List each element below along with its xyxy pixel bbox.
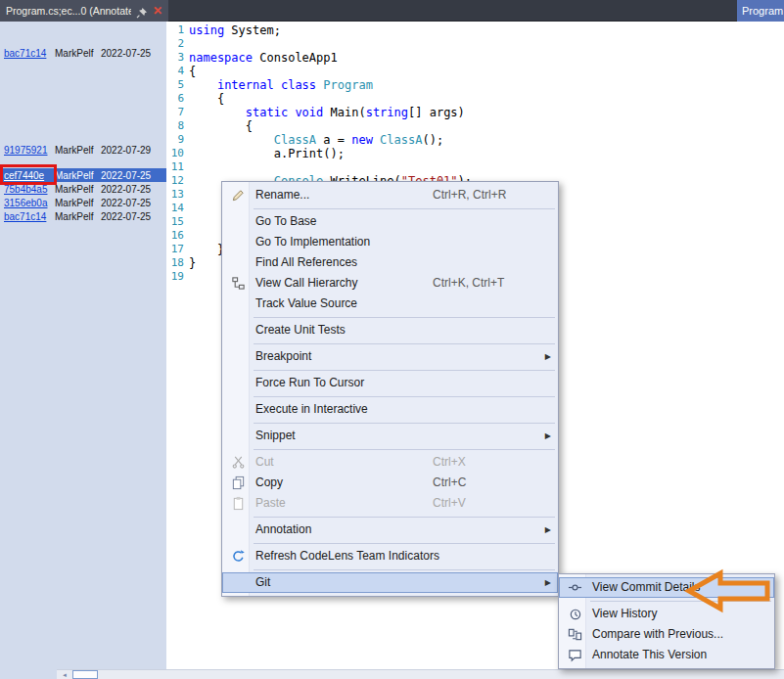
code-line[interactable]: 7 static void Main(string[] args) bbox=[166, 106, 784, 119]
code-line[interactable]: 3 namespace ConsoleApp1 bbox=[166, 51, 784, 65]
vs-annotated-window: Program.cs;ec...0 (Annotated) ✕ Program … bbox=[0, 0, 784, 679]
line-number: 17 bbox=[166, 243, 184, 256]
code-text: { bbox=[184, 92, 224, 106]
code-text bbox=[184, 188, 189, 202]
menu-item-view-history[interactable]: View History bbox=[559, 604, 774, 624]
menu-item-rename[interactable]: Rename... Ctrl+R, Ctrl+R bbox=[222, 185, 558, 205]
submenu-arrow-icon: ▶ bbox=[545, 520, 551, 540]
line-number: 4 bbox=[166, 65, 184, 78]
commit-date: 2022-07-25 bbox=[101, 170, 166, 181]
line-number: 15 bbox=[166, 215, 184, 229]
code-line[interactable]: 11 bbox=[166, 160, 784, 174]
scrollbar-thumb[interactable] bbox=[72, 670, 98, 679]
pin-icon[interactable] bbox=[136, 5, 148, 17]
code-line[interactable]: 6 { bbox=[166, 92, 784, 106]
submenu-arrow-icon: ▶ bbox=[545, 426, 551, 446]
code-line[interactable]: 8 { bbox=[166, 119, 784, 133]
line-number: 3 bbox=[166, 51, 184, 65]
menu-separator bbox=[254, 543, 555, 544]
commit-author: MarkPelf bbox=[55, 211, 101, 222]
code-text: internal class Program bbox=[184, 78, 373, 92]
code-text bbox=[184, 215, 189, 229]
menu-item-find-all-references[interactable]: Find All References bbox=[222, 252, 558, 273]
code-text bbox=[184, 160, 189, 174]
menu-separator bbox=[254, 423, 555, 424]
commit-date: 2022-07-25 bbox=[101, 184, 166, 195]
code-line[interactable]: 4 { bbox=[166, 65, 784, 78]
commit-date: 2022-07-29 bbox=[101, 145, 166, 156]
code-line[interactable]: 10 a.Print(); bbox=[166, 147, 784, 160]
paste-icon bbox=[227, 495, 249, 511]
menu-item-copy[interactable]: Copy Ctrl+C bbox=[222, 473, 558, 493]
menu-item-view-call-hierarchy[interactable]: View Call Hierarchy Ctrl+K, Ctrl+T bbox=[222, 273, 558, 294]
menu-item-cut[interactable]: Cut Ctrl+X bbox=[222, 452, 558, 473]
tab-bar: Program.cs;ec...0 (Annotated) ✕ Program bbox=[0, 0, 784, 22]
background-window-title[interactable]: Program bbox=[737, 0, 784, 22]
menu-item-annotation[interactable]: Annotation ▶ bbox=[222, 520, 558, 540]
code-line[interactable]: 5 internal class Program bbox=[166, 78, 784, 92]
commit-hash-link[interactable]: bac71c14 bbox=[4, 48, 55, 59]
editor-context-menu: Rename... Ctrl+R, Ctrl+R Go To Base Go T… bbox=[221, 181, 559, 597]
menu-separator bbox=[254, 517, 555, 518]
menu-separator bbox=[254, 208, 555, 209]
commit-hash-link[interactable]: cef7440e bbox=[4, 170, 55, 181]
submenu-arrow-icon: ▶ bbox=[545, 346, 551, 367]
line-number: 8 bbox=[166, 119, 184, 133]
commit-hash-link[interactable]: 75b4b4a5 bbox=[4, 184, 55, 195]
code-text: } bbox=[184, 243, 224, 256]
menu-item-refresh-codelens[interactable]: Refresh CodeLens Team Indicators bbox=[222, 546, 558, 566]
commit-details-icon bbox=[564, 579, 585, 595]
code-line[interactable]: 1 using System; bbox=[166, 23, 784, 37]
menu-item-create-unit-tests[interactable]: Create Unit Tests bbox=[222, 320, 558, 340]
commit-hash-link[interactable]: 91975921 bbox=[4, 145, 55, 156]
code-text: using System; bbox=[184, 23, 281, 37]
commit-author: MarkPelf bbox=[55, 198, 101, 208]
annotation-row[interactable]: bac71c14 MarkPelf 2022-07-25 bbox=[0, 46, 166, 60]
menu-separator bbox=[254, 317, 555, 318]
line-number: 19 bbox=[166, 270, 184, 284]
line-number: 10 bbox=[166, 147, 184, 160]
commit-author: MarkPelf bbox=[55, 170, 101, 181]
line-number: 18 bbox=[166, 256, 184, 270]
menu-item-breakpoint[interactable]: Breakpoint ▶ bbox=[222, 346, 558, 367]
menu-item-force-run-to-cursor[interactable]: Force Run To Cursor bbox=[222, 373, 558, 393]
commit-date: 2022-07-25 bbox=[101, 48, 166, 59]
line-number: 13 bbox=[166, 188, 184, 202]
document-tab[interactable]: Program.cs;ec...0 (Annotated) ✕ bbox=[0, 0, 168, 22]
commit-hash-link[interactable]: bac71c14 bbox=[4, 211, 55, 222]
annotation-row[interactable]: 91975921 MarkPelf 2022-07-29 bbox=[0, 143, 166, 157]
menu-item-compare-with-previous[interactable]: Compare with Previous... bbox=[559, 624, 774, 645]
menu-item-git[interactable]: Git ▶ bbox=[222, 572, 558, 593]
annotation-row[interactable]: 3156eb0a MarkPelf 2022-07-25 bbox=[0, 196, 166, 209]
commit-author: MarkPelf bbox=[55, 145, 101, 156]
line-number: 1 bbox=[166, 23, 184, 37]
commit-author: MarkPelf bbox=[55, 48, 101, 59]
code-text bbox=[184, 202, 189, 215]
commit-hash-link[interactable]: 3156eb0a bbox=[4, 198, 55, 208]
rename-icon bbox=[227, 187, 249, 203]
menu-item-go-to-implementation[interactable]: Go To Implementation bbox=[222, 232, 558, 252]
menu-separator bbox=[254, 396, 555, 397]
code-text bbox=[184, 270, 189, 284]
menu-item-track-value-source[interactable]: Track Value Source bbox=[222, 294, 558, 314]
compare-icon bbox=[564, 626, 585, 642]
line-number: 5 bbox=[166, 78, 184, 92]
menu-item-annotate-this-version[interactable]: Annotate This Version bbox=[559, 645, 774, 665]
line-number: 7 bbox=[166, 106, 184, 119]
menu-item-go-to-base[interactable]: Go To Base bbox=[222, 211, 558, 232]
code-text: static void Main(string[] args) bbox=[184, 106, 465, 119]
annotation-row[interactable]: bac71c14 MarkPelf 2022-07-25 bbox=[0, 209, 166, 223]
menu-item-paste[interactable]: Paste Ctrl+V bbox=[222, 493, 558, 514]
menu-item-view-commit-details[interactable]: View Commit Details bbox=[559, 577, 774, 598]
scroll-left-button[interactable]: ◄ bbox=[59, 671, 70, 679]
horizontal-scrollbar[interactable]: ◄ bbox=[57, 669, 784, 679]
menu-item-snippet[interactable]: Snippet ▶ bbox=[222, 426, 558, 446]
menu-separator bbox=[590, 601, 771, 602]
annotation-row[interactable]: 75b4b4a5 MarkPelf 2022-07-25 bbox=[0, 182, 166, 196]
code-line[interactable]: 9 ClassA a = new ClassA(); bbox=[166, 133, 784, 147]
annotation-row-selected[interactable]: cef7440e MarkPelf 2022-07-25 bbox=[0, 168, 166, 182]
code-line[interactable]: 2 bbox=[166, 37, 784, 51]
code-text: { bbox=[184, 65, 196, 78]
menu-item-execute-in-interactive[interactable]: Execute in Interactive bbox=[222, 399, 558, 420]
close-icon[interactable]: ✕ bbox=[153, 5, 162, 17]
